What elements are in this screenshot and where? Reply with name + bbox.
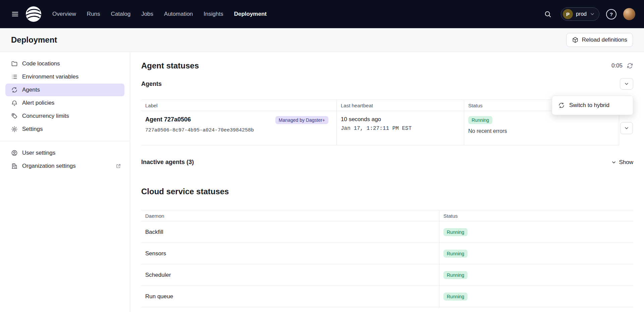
agent-status-cell: Running No recent errors bbox=[464, 111, 619, 145]
sidebar-item-settings[interactable]: Settings bbox=[5, 123, 124, 136]
inactive-agents-title: Inactive agents (3) bbox=[141, 159, 194, 166]
nav-item-overview[interactable]: Overview bbox=[52, 11, 76, 17]
managed-by-badge: Managed by Dagster+ bbox=[275, 116, 328, 124]
search-button[interactable] bbox=[541, 8, 554, 20]
user-avatar[interactable] bbox=[623, 8, 635, 20]
swap-cycle-icon bbox=[558, 102, 565, 109]
help-button[interactable]: ? bbox=[606, 9, 616, 19]
daemon-status-cell: Running bbox=[439, 243, 633, 264]
status-badge: Running bbox=[443, 293, 468, 301]
main-content: Agent statuses 0:05 Agents Label Last he… bbox=[130, 52, 644, 312]
nav-item-runs[interactable]: Runs bbox=[87, 11, 100, 17]
agent-statuses-title: Agent statuses bbox=[141, 61, 199, 71]
column-header-status: Status bbox=[439, 210, 633, 221]
deployment-switcher[interactable]: P prod bbox=[561, 7, 599, 21]
daemon-status-cell: Running bbox=[439, 286, 633, 307]
menu-item-label: Switch to hybrid bbox=[569, 102, 609, 109]
nav-item-automation[interactable]: Automation bbox=[164, 11, 193, 17]
question-mark-icon: ? bbox=[610, 11, 613, 17]
show-toggle-label: Show bbox=[619, 159, 633, 166]
show-inactive-toggle[interactable]: Show bbox=[611, 159, 633, 166]
agent-heartbeat-cell: 10 seconds ago Jan 17, 1:27:11 PM EST bbox=[337, 111, 464, 145]
status-badge: Running bbox=[443, 250, 468, 258]
sidebar-item-code-locations[interactable]: Code locations bbox=[5, 57, 124, 70]
top-navbar: Overview Runs Catalog Jobs Automation In… bbox=[0, 0, 644, 28]
list-icon bbox=[11, 73, 18, 80]
external-link-icon bbox=[116, 163, 121, 169]
sidebar-item-label: User settings bbox=[22, 150, 55, 156]
daemon-name-cell: Run queue bbox=[141, 286, 439, 307]
refresh-icon[interactable] bbox=[627, 62, 633, 69]
sidebar-item-label: Code locations bbox=[22, 60, 60, 67]
sidebar-item-alert-policies[interactable]: Alert policies bbox=[5, 97, 124, 109]
heartbeat-relative: 10 seconds ago bbox=[341, 116, 459, 123]
reload-definitions-button[interactable]: Reload definitions bbox=[566, 33, 633, 47]
status-badge: Running bbox=[468, 116, 492, 124]
deployment-sidebar: Code locations Environment variables Age… bbox=[0, 52, 130, 312]
daemon-name: Sensors bbox=[145, 250, 166, 257]
nav-item-deployment[interactable]: Deployment bbox=[234, 11, 267, 17]
tag-icon bbox=[11, 113, 18, 119]
chevron-down-icon bbox=[624, 81, 629, 87]
app-root: Overview Runs Catalog Jobs Automation In… bbox=[0, 0, 644, 312]
agent-cycle-icon bbox=[11, 87, 18, 93]
nav-item-insights[interactable]: Insights bbox=[204, 11, 223, 17]
sidebar-item-label: Agents bbox=[22, 87, 40, 93]
dagster-logo-icon bbox=[25, 5, 42, 23]
daemon-table: Daemon Status Backfill Running Sensors R… bbox=[141, 210, 633, 307]
status-badge: Running bbox=[443, 228, 468, 236]
sidebar-item-label: Organization settings bbox=[22, 163, 76, 169]
column-header-last-heartbeat: Last heartbeat bbox=[337, 100, 464, 111]
chevron-down-icon bbox=[611, 160, 616, 165]
hamburger-icon bbox=[11, 10, 19, 18]
sidebar-item-user-settings[interactable]: User settings bbox=[5, 147, 124, 159]
agents-section-menu-button[interactable] bbox=[620, 78, 633, 90]
daemon-name-cell: Scheduler bbox=[141, 264, 439, 286]
sidebar-item-concurrency-limits[interactable]: Concurrency limits bbox=[5, 110, 124, 122]
nav-item-catalog[interactable]: Catalog bbox=[111, 11, 131, 17]
cloud-service-statuses-title: Cloud service statuses bbox=[141, 187, 633, 197]
sidebar-item-label: Environment variables bbox=[22, 73, 78, 80]
daemon-name-cell: Backfill bbox=[141, 221, 439, 243]
body-row: Code locations Environment variables Age… bbox=[0, 52, 644, 312]
inactive-agents-row: Inactive agents (3) Show bbox=[141, 159, 633, 166]
status-note: No recent errors bbox=[468, 128, 613, 134]
folder-icon bbox=[11, 60, 18, 67]
primary-nav: Overview Runs Catalog Jobs Automation In… bbox=[52, 11, 267, 17]
daemon-status-cell: Running bbox=[439, 221, 633, 243]
sidebar-item-environment-variables[interactable]: Environment variables bbox=[5, 70, 124, 83]
agents-dropdown-menu: Switch to hybrid bbox=[552, 96, 633, 115]
page-title: Deployment bbox=[11, 35, 57, 45]
nav-item-jobs[interactable]: Jobs bbox=[141, 11, 153, 17]
agent-actions-cell bbox=[619, 111, 633, 145]
code-location-cube-icon bbox=[572, 37, 579, 43]
agent-statuses-header: Agent statuses 0:05 bbox=[141, 61, 633, 71]
daemon-name: Backfill bbox=[145, 229, 163, 236]
dagster-logo[interactable] bbox=[25, 5, 42, 23]
user-icon bbox=[11, 150, 18, 156]
deployment-avatar: P bbox=[563, 9, 573, 19]
sidebar-item-label: Settings bbox=[22, 126, 43, 133]
heartbeat-timestamp: Jan 17, 1:27:11 PM EST bbox=[341, 125, 459, 132]
daemon-name: Run queue bbox=[145, 293, 173, 300]
gear-icon bbox=[11, 126, 18, 133]
sidebar-item-agents[interactable]: Agents bbox=[5, 84, 124, 96]
menu-item-switch-to-hybrid[interactable]: Switch to hybrid bbox=[552, 99, 633, 112]
search-icon bbox=[544, 10, 551, 18]
chevron-down-icon bbox=[624, 125, 629, 131]
agent-uuid: 727a0506-8c97-4b95-a024-70ee3984258b bbox=[145, 127, 331, 133]
hamburger-menu-button[interactable] bbox=[9, 8, 21, 20]
refresh-timer: 0:05 bbox=[611, 62, 633, 69]
page-header: Deployment Reload definitions bbox=[0, 28, 644, 52]
daemon-name: Scheduler bbox=[145, 272, 171, 278]
agent-name[interactable]: Agent 727a0506 bbox=[145, 116, 191, 123]
sidebar-item-organization-settings[interactable]: Organization settings bbox=[5, 160, 124, 172]
sidebar-item-label: Alert policies bbox=[22, 100, 54, 106]
daemon-status-cell: Running bbox=[439, 264, 633, 286]
status-badge: Running bbox=[443, 271, 468, 279]
building-icon bbox=[11, 163, 18, 169]
reload-definitions-label: Reload definitions bbox=[582, 37, 627, 43]
agent-label-cell: Agent 727a0506 Managed by Dagster+ 727a0… bbox=[141, 111, 337, 145]
deployment-name: prod bbox=[576, 11, 587, 17]
agent-row-menu-button[interactable] bbox=[620, 122, 633, 134]
